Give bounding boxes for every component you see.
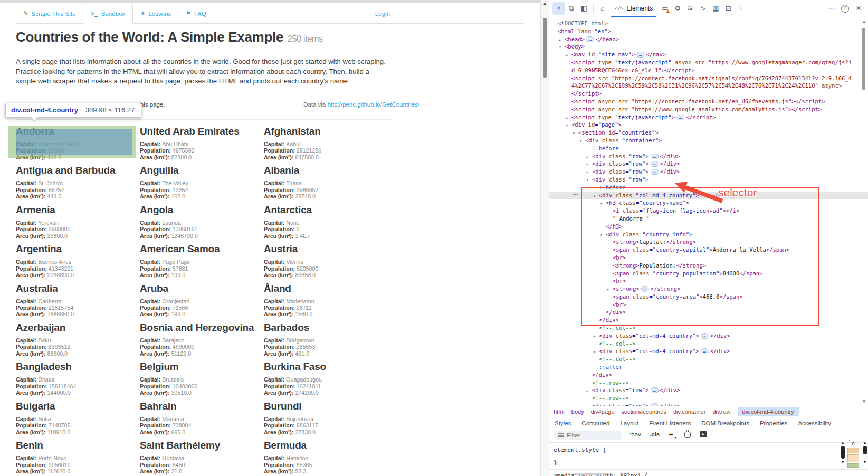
expanded-arrow-icon[interactable]: ▾ — [586, 177, 592, 185]
plug-icon[interactable] — [684, 432, 691, 438]
collapsed-arrow-icon[interactable]: ▸ — [593, 348, 599, 356]
expanded-arrow-icon[interactable]: ▾ — [566, 122, 571, 130]
tab-dom-breakpoints[interactable]: DOM Breakpoints — [701, 420, 749, 426]
country-card[interactable]: AlbaniaCapital: TiranaPopulation: 298695… — [264, 165, 384, 199]
dom-line[interactable]: ▾<div class="container"> — [549, 137, 868, 145]
styles-scrollbar-right[interactable]: ▲ ▼ — [862, 440, 868, 464]
collapsed-content-icon[interactable]: … — [651, 161, 659, 167]
dom-line[interactable]: ▸<strong>…</strong> — [549, 285, 868, 293]
dom-line[interactable]: <html lang="en"> — [549, 27, 868, 35]
close-icon[interactable]: × — [852, 2, 865, 15]
country-card[interactable]: BeninCapital: Porto-NovoPopulation: 9056… — [16, 440, 136, 474]
breadcrumb-item[interactable]: body — [571, 408, 584, 415]
expand-panel-icon[interactable]: ▸ — [700, 431, 707, 437]
scroll-down-arrow-icon[interactable]: ▼ — [862, 460, 868, 464]
dom-line[interactable]: </div> — [549, 371, 868, 379]
dom-line[interactable]: ▾<section id="countries"> — [549, 129, 868, 137]
country-card[interactable]: AfghanistanCapital: KabulPopulation: 291… — [264, 126, 384, 160]
country-card[interactable]: ArmeniaCapital: YerevanPopulation: 29680… — [16, 204, 136, 239]
collapsed-arrow-icon[interactable]: ▸ — [586, 169, 592, 177]
performance-icon[interactable]: ∿ — [697, 2, 709, 15]
dom-line[interactable]: ::before — [549, 184, 868, 192]
expanded-arrow-icon[interactable]: ▾ — [593, 193, 599, 201]
breadcrumb-item[interactable]: div.container — [673, 408, 706, 415]
dom-line[interactable]: <strong>Population:</strong> — [549, 262, 868, 270]
collapsed-content-icon[interactable]: … — [676, 115, 684, 120]
dom-line[interactable]: <br> — [549, 254, 868, 262]
collapsed-arrow-icon[interactable]: ▸ — [559, 36, 565, 44]
dom-line[interactable]: 4%2C77%2C67%2C109%2C59%2C58%2C31%2C96%2C… — [549, 82, 868, 90]
dom-line[interactable]: ▸<div class="row">…</div> — [549, 160, 868, 168]
help-icon[interactable]: ? — [841, 5, 849, 13]
dom-line[interactable]: <!--.row--> — [549, 394, 868, 402]
dom-line[interactable]: <span class="country-population">84000</… — [549, 270, 868, 278]
attribution-link[interactable]: http://peric.github.io/GetCountries/ — [327, 101, 419, 108]
dom-line[interactable]: ▸<script type="text/javascript">…</scrip… — [549, 113, 868, 121]
country-card[interactable]: AustraliaCapital: CanberraPopulation: 21… — [16, 283, 136, 318]
breadcrumb-item[interactable]: div.row — [712, 408, 730, 415]
network-icon[interactable]: ≋ — [684, 2, 697, 15]
new-style-rule-button[interactable]: + — [669, 430, 673, 439]
breadcrumb-item[interactable]: div.col-md-4.country — [738, 407, 799, 416]
country-card[interactable]: BurundiCapital: BujumburaPopulation: 986… — [264, 401, 384, 435]
dom-line[interactable]: ▾<h3 class="country-name"> — [549, 199, 868, 207]
debugger-icon[interactable]: ⚙ — [671, 2, 684, 15]
country-card[interactable]: American SamoaCapital: Pago PagoPopulati… — [140, 243, 260, 278]
dom-line[interactable]: ::after — [549, 363, 868, 371]
collapsed-arrow-icon[interactable]: ▸ — [586, 387, 592, 395]
dom-line[interactable]: <i class="flag-icon flag-icon-ad"></i> — [549, 207, 868, 215]
country-card[interactable]: BulgariaCapital: SofiaPopulation: 714878… — [16, 401, 136, 435]
tab-layout[interactable]: Layout — [620, 420, 638, 426]
dock-side-icon[interactable]: ◧ — [578, 2, 590, 15]
breadcrumb-item[interactable]: html — [554, 408, 565, 415]
device-emulation-icon[interactable]: ⧉ — [565, 2, 578, 15]
country-card[interactable]: BarbadosCapital: BridgetownPopulation: 2… — [264, 322, 384, 357]
nav-item-faq[interactable]: ⚑FAQ — [178, 4, 214, 23]
dom-line[interactable]: <br> — [549, 301, 868, 309]
tab-styles[interactable]: Styles — [555, 420, 571, 426]
dom-scrollbar-thumb[interactable] — [862, 28, 865, 90]
tab-accessibility[interactable]: Accessibility — [798, 420, 831, 426]
scroll-up-arrow-icon[interactable]: ▲ — [840, 440, 846, 445]
nav-item-scrape-this-site[interactable]: ✎Scrape This Site — [16, 4, 83, 23]
dom-line[interactable]: ▾<div class="country-info"> — [549, 231, 868, 239]
country-card[interactable]: Bosnia and HerzegovinaCapital: SarajevoP… — [140, 322, 260, 357]
dom-tree-scrollbar[interactable]: ▲ ▼ — [861, 20, 867, 404]
country-card[interactable]: AntarcticaCapital: NonePopulation: 0Area… — [264, 204, 384, 239]
scroll-up-arrow-icon[interactable]: ▲ — [541, 1, 549, 6]
breadcrumb-item[interactable]: section#countries — [621, 408, 666, 415]
dom-line[interactable]: <script src="https://connect.facebook.ne… — [549, 74, 868, 82]
dom-line[interactable]: ▸<div class="col-md-4 country">…</div> — [549, 332, 868, 340]
dom-line[interactable]: <br> — [549, 277, 868, 285]
expanded-arrow-icon[interactable]: ▾ — [579, 138, 585, 146]
expanded-arrow-icon[interactable]: ▾ — [600, 232, 606, 240]
tab-event-listeners[interactable]: Event Listeners — [649, 420, 691, 426]
styles-filter-input[interactable]: Filter — [554, 431, 622, 440]
dom-line[interactable]: ▸<div class="row">…</div> — [549, 402, 868, 406]
country-card[interactable]: BermudaCapital: HamiltonPopulation: 6536… — [264, 440, 384, 474]
dom-line[interactable]: ▾<div class="col-md-4 country"> == $0 — [549, 192, 868, 199]
dom-line[interactable]: ▾<body> — [549, 43, 868, 51]
dom-line[interactable]: ▾<div id="page"> — [549, 121, 868, 129]
tab-elements[interactable]: </>Elements — [609, 0, 659, 17]
expanded-arrow-icon[interactable]: ▾ — [559, 44, 565, 52]
dom-line[interactable]: <!DOCTYPE html> — [549, 20, 868, 27]
tab-computed[interactable]: Computed — [581, 420, 609, 426]
dom-line[interactable]: <script async src="https://connect.faceb… — [549, 98, 868, 106]
country-card[interactable]: BelgiumCapital: BrusselsPopulation: 1040… — [140, 361, 260, 396]
dom-line[interactable]: ▸<head>…</head> — [549, 35, 868, 43]
login-link[interactable]: Login — [375, 11, 390, 17]
scroll-down-arrow-icon[interactable]: ▼ — [861, 399, 867, 404]
country-card[interactable]: AzerbaijanCapital: BakuPopulation: 83035… — [16, 322, 136, 357]
dom-line[interactable]: <!--.col--> — [549, 340, 868, 348]
nav-item-lessons[interactable]: ✈Lessons — [133, 4, 178, 23]
dom-line[interactable]: <script type="text/javascript" async src… — [549, 59, 868, 66]
collapsed-arrow-icon[interactable]: ▸ — [566, 115, 571, 122]
collapsed-content-icon[interactable]: … — [641, 286, 649, 292]
scroll-down-arrow-icon[interactable]: ▼ — [840, 460, 846, 464]
country-card[interactable]: BangladeshCapital: DhakaPopulation: 1561… — [16, 361, 136, 396]
country-card[interactable]: ÅlandCapital: MariehamnPopulation: 26711… — [264, 283, 384, 318]
country-card[interactable]: AngolaCapital: LuandaPopulation: 1306816… — [140, 204, 260, 239]
country-card[interactable]: AustriaCapital: ViennaPopulation: 820500… — [264, 243, 384, 278]
element-classes-button[interactable]: .cls — [650, 431, 660, 437]
